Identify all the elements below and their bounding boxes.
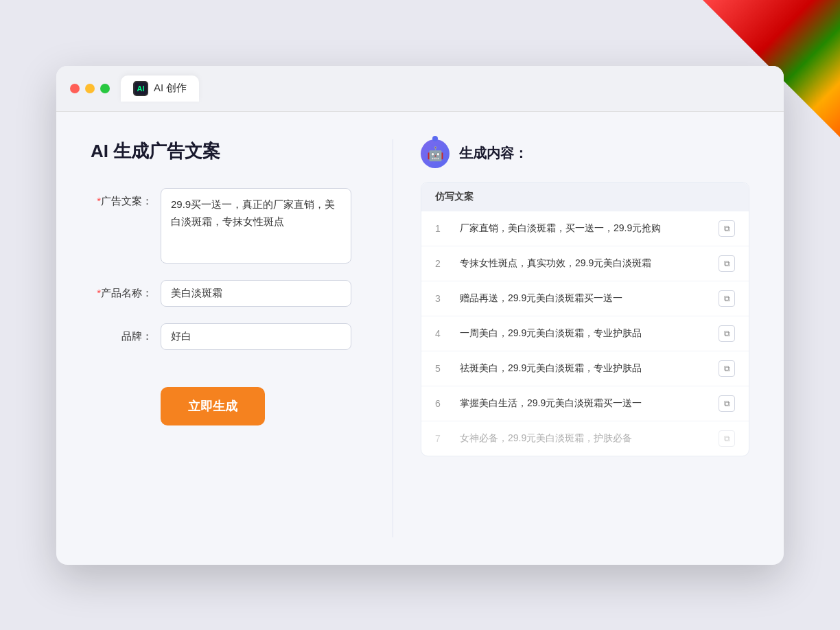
brand-row: 品牌： [91, 323, 351, 350]
ad-copy-input[interactable]: 29.9买一送一，真正的厂家直销，美白淡斑霜，专抹女性斑点 [161, 188, 351, 264]
row-num-2: 2 [435, 258, 449, 269]
table-row: 4 一周美白，29.9元美白淡斑霜，专业护肤品 ⧉ [421, 316, 749, 351]
copy-button-5[interactable]: ⧉ [719, 360, 735, 377]
table-row: 1 厂家直销，美白淡斑霜，买一送一，29.9元抢购 ⧉ [421, 211, 749, 246]
copy-button-4[interactable]: ⧉ [719, 325, 735, 342]
row-text-4: 一周美白，29.9元美白淡斑霜，专业护肤品 [460, 326, 708, 340]
product-label: *产品名称： [91, 280, 152, 300]
result-table: 仿写文案 1 厂家直销，美白淡斑霜，买一送一，29.9元抢购 ⧉ 2 专抹女性斑… [421, 182, 749, 456]
title-bar: AI AI 创作 [56, 66, 784, 112]
robot-icon: 🤖 [421, 139, 450, 168]
table-row-faded: 7 女神必备，29.9元美白淡斑霜，护肤必备 ⧉ [421, 421, 749, 456]
divider [393, 139, 393, 537]
table-row: 3 赠品再送，29.9元美白淡斑霜买一送一 ⧉ [421, 281, 749, 316]
maximize-button[interactable] [100, 84, 110, 93]
product-input[interactable] [161, 280, 351, 307]
row-num-7: 7 [435, 433, 449, 444]
ad-copy-label-text: 广告文案： [101, 195, 152, 207]
traffic-lights [70, 84, 110, 93]
row-num-4: 4 [435, 328, 449, 339]
result-title: 生成内容： [459, 144, 528, 163]
row-text-7: 女神必备，29.9元美白淡斑霜，护肤必备 [460, 431, 708, 445]
product-row: *产品名称： [91, 280, 351, 307]
table-row: 6 掌握美白生活，29.9元美白淡斑霜买一送一 ⧉ [421, 386, 749, 421]
ai-tab[interactable]: AI AI 创作 [121, 75, 199, 102]
right-panel: 🤖 生成内容： 仿写文案 1 厂家直销，美白淡斑霜，买一送一，29.9元抢购 ⧉… [407, 139, 749, 537]
ad-copy-label: *广告文案： [91, 188, 152, 208]
row-num-3: 3 [435, 293, 449, 304]
copy-button-2[interactable]: ⧉ [719, 255, 735, 272]
close-button[interactable] [70, 84, 80, 93]
robot-face: 🤖 [427, 145, 444, 162]
brand-input[interactable] [161, 323, 351, 350]
browser-window: AI AI 创作 AI 生成广告文案 *广告文案： 29.9买一送一，真正的厂家… [56, 66, 784, 565]
product-label-text: 产品名称： [101, 287, 152, 299]
row-num-5: 5 [435, 363, 449, 374]
table-row: 5 祛斑美白，29.9元美白淡斑霜，专业护肤品 ⧉ [421, 351, 749, 386]
copy-button-6[interactable]: ⧉ [719, 395, 735, 412]
row-text-2: 专抹女性斑点，真实功效，29.9元美白淡斑霜 [460, 256, 708, 270]
tab-icon: AI [133, 81, 148, 96]
row-text-6: 掌握美白生活，29.9元美白淡斑霜买一送一 [460, 396, 708, 410]
row-num-6: 6 [435, 398, 449, 409]
minimize-button[interactable] [85, 84, 95, 93]
brand-label: 品牌： [91, 323, 152, 343]
ad-copy-row: *广告文案： 29.9买一送一，真正的厂家直销，美白淡斑霜，专抹女性斑点 [91, 188, 351, 264]
left-panel: AI 生成广告文案 *广告文案： 29.9买一送一，真正的厂家直销，美白淡斑霜，… [91, 139, 379, 537]
tab-icon-text: AI [137, 84, 145, 93]
copy-button-1[interactable]: ⧉ [719, 220, 735, 237]
generate-button[interactable]: 立即生成 [161, 387, 265, 425]
page-title: AI 生成广告文案 [91, 139, 351, 163]
row-text-1: 厂家直销，美白淡斑霜，买一送一，29.9元抢购 [460, 221, 708, 235]
table-row: 2 专抹女性斑点，真实功效，29.9元美白淡斑霜 ⧉ [421, 246, 749, 281]
tab-label: AI 创作 [154, 82, 187, 95]
copy-button-3[interactable]: ⧉ [719, 290, 735, 307]
row-num-1: 1 [435, 223, 449, 234]
copy-button-7[interactable]: ⧉ [719, 430, 735, 447]
result-header: 🤖 生成内容： [421, 139, 749, 168]
row-text-5: 祛斑美白，29.9元美白淡斑霜，专业护肤品 [460, 361, 708, 375]
row-text-3: 赠品再送，29.9元美白淡斑霜买一送一 [460, 291, 708, 305]
main-content: AI 生成广告文案 *广告文案： 29.9买一送一，真正的厂家直销，美白淡斑霜，… [56, 112, 784, 565]
table-header: 仿写文案 [421, 183, 749, 211]
